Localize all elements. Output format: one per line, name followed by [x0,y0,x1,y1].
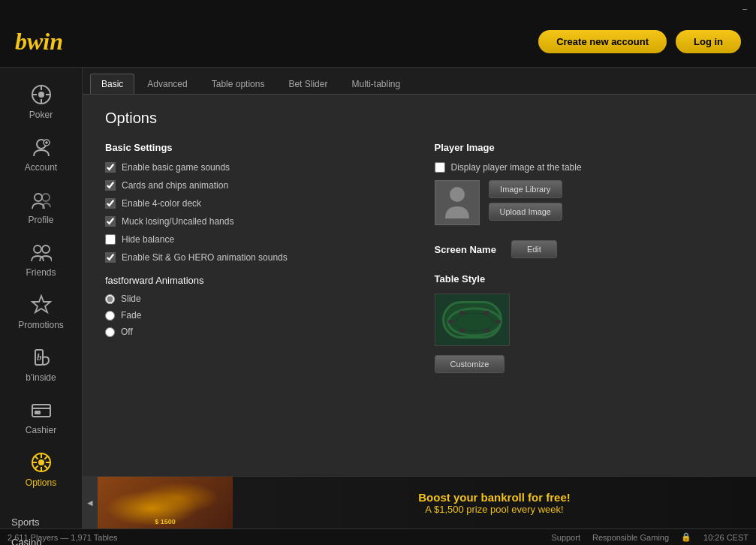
options-right: Player Image Display player image at the… [435,142,734,388]
checkbox-game-sounds-label: Enable basic game sounds [122,162,230,173]
banner-text: Boost your bankroll for free! A $1,500 p… [233,491,756,515]
options-icon [29,450,53,474]
sidebar-item-friends[interactable]: Friends [0,233,82,285]
screen-name-row: Screen Name Edit [435,240,734,258]
player-image-section: Player Image Display player image at the… [435,142,734,225]
promotions-icon [29,293,53,317]
lock-icon: 🔒 [681,532,691,542]
logo: bwin [15,28,63,56]
sidebar-item-options[interactable]: Options [0,443,82,495]
svg-rect-35 [459,311,465,315]
options-scroll: Options Basic Settings Enable basic game… [83,95,756,495]
checkbox-sitgo-sounds-input[interactable] [105,252,116,263]
tabs-bar: Basic Advanced Table options Bet Slider … [83,68,756,95]
table-style-title: Table Style [435,273,734,285]
bottom-bar-right: Support Responsible Gaming 🔒 10:26 CEST [551,532,748,542]
tab-bet-slider[interactable]: Bet Slider [277,74,339,94]
table-preview-svg [444,303,505,341]
content-area: Basic Advanced Table options Bet Slider … [83,68,756,528]
checkbox-muck-hands-input[interactable] [105,216,116,227]
player-image-area: Image Library Upload Image [435,180,734,225]
minimize-button[interactable]: – [739,4,750,13]
table-preview [435,294,510,346]
banner-main-text: Boost your bankroll for free! [248,491,741,504]
sidebar-item-label-profile: Profile [28,215,53,225]
edit-screen-name-button[interactable]: Edit [511,240,557,258]
svg-line-26 [35,456,38,459]
checkbox-muck-hands: Muck losing/Uncalled hands [105,216,405,227]
titlebar-controls: – [739,4,750,13]
tab-advanced[interactable]: Advanced [136,74,198,94]
options-title: Options [105,110,733,127]
svg-rect-38 [483,329,489,333]
radio-off-label: Off [121,327,133,337]
svg-point-13 [42,245,50,253]
sidebar-item-label-options: Options [26,477,56,488]
checkbox-four-color-deck-label: Enable 4-color deck [122,198,201,209]
sidebar-item-poker[interactable]: Poker [0,75,82,128]
svg-marker-14 [32,296,50,312]
sidebar-item-binside[interactable]: b b'inside [0,338,82,390]
options-panel: Options Basic Settings Enable basic game… [83,95,756,403]
player-image-title: Player Image [435,142,734,153]
fastforward-title: fastforward Animations [105,275,405,286]
table-preview-inner [442,301,502,339]
screen-name-label: Screen Name [435,244,496,255]
table-style-section: Table Style [435,273,734,373]
sidebar-item-promotions[interactable]: Promotions [0,285,82,338]
radio-off: Off [105,327,405,337]
checkbox-sitgo-sounds-label: Enable Sit & Go HERO animation sounds [122,252,288,263]
tab-basic[interactable]: Basic [90,74,134,94]
svg-line-29 [35,465,38,468]
svg-point-1 [38,92,44,98]
responsible-gaming-link[interactable]: Responsible Gaming [592,533,669,542]
friends-icon [29,240,53,264]
sidebar-item-account[interactable]: Account [0,128,82,180]
radio-fade: Fade [105,310,405,321]
svg-rect-33 [448,320,454,324]
checkbox-hide-balance-input[interactable] [105,234,116,245]
radio-slide: Slide [105,294,405,304]
support-link[interactable]: Support [551,533,580,542]
banner-image: $ 1500 [98,477,233,529]
sidebar-item-label-account: Account [25,162,57,173]
checkbox-four-color-deck-input[interactable] [105,198,116,209]
banner-arrow-left[interactable]: ◄ [83,477,98,529]
sidebar-item-profile[interactable]: Profile [0,180,82,233]
options-left: Basic Settings Enable basic game sounds … [105,142,405,388]
checkbox-display-player-image: Display player image at the table [435,162,734,173]
svg-line-27 [44,465,47,468]
banner-chips-text: $ 1500 [155,518,176,525]
tab-multi-tabling[interactable]: Multi-tabling [340,74,411,94]
account-icon [29,135,53,159]
options-columns: Basic Settings Enable basic game sounds … [105,142,733,388]
poker-icon [29,83,53,107]
checkbox-chips-animation: Cards and chips animation [105,180,405,191]
checkbox-hide-balance: Hide balance [105,234,405,245]
tab-table-options[interactable]: Table options [200,74,276,94]
svg-line-28 [44,456,47,459]
sidebar-item-label-friends: Friends [26,267,56,278]
profile-icon [29,188,53,212]
svg-point-30 [450,187,465,202]
checkbox-game-sounds-input[interactable] [105,162,116,173]
checkbox-display-player-image-input[interactable] [435,162,445,173]
checkbox-chips-animation-input[interactable] [105,180,116,191]
radio-fade-input[interactable] [105,311,115,321]
customize-button[interactable]: Customize [435,355,505,373]
login-button[interactable]: Log in [676,30,741,53]
radio-slide-input[interactable] [105,294,115,304]
radio-off-input[interactable] [105,327,115,337]
sidebar-item-label-promotions: Promotions [18,320,64,330]
avatar-silhouette [442,184,472,221]
sidebar-item-sports[interactable]: Sports [0,512,82,532]
image-library-button[interactable]: Image Library [489,180,563,198]
svg-rect-34 [495,320,501,324]
create-account-button[interactable]: Create new account [538,30,667,53]
svg-rect-19 [35,411,41,414]
sidebar-item-cashier[interactable]: Cashier [0,390,82,443]
cashier-icon [29,398,53,422]
sidebar-item-label-poker: Poker [29,110,53,120]
svg-point-12 [34,245,41,253]
upload-image-button[interactable]: Upload Image [489,203,563,221]
